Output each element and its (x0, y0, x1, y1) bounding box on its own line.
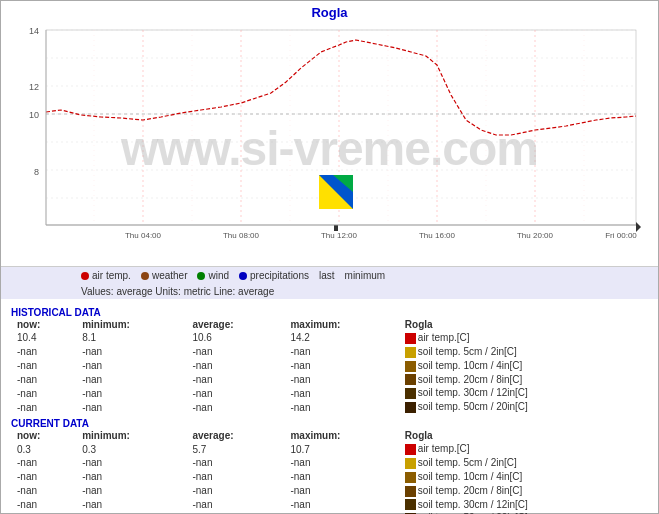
current-header-rogla: Rogla (399, 429, 648, 442)
cell-now: -nan (11, 359, 76, 373)
table-row: -nan -nan -nan -nan soil temp. 10cm / 4i… (11, 470, 648, 484)
color-swatch (405, 472, 416, 483)
current-header-min: minimum: (76, 429, 186, 442)
historical-header-row: now: minimum: average: maximum: Rogla (11, 318, 648, 331)
table-row: -nan -nan -nan -nan soil temp. 20cm / 8i… (11, 373, 648, 387)
cell-now: -nan (11, 470, 76, 484)
legend-last: last (319, 270, 335, 281)
cell-now: -nan (11, 484, 76, 498)
historical-title: HISTORICAL DATA (11, 307, 648, 318)
cell-avg: -nan (186, 456, 284, 470)
legend-precip-label: precipitations (250, 270, 309, 281)
cell-max: -nan (284, 386, 398, 400)
svg-text:Thu 12:00: Thu 12:00 (321, 231, 358, 240)
legend-wind-color (197, 272, 205, 280)
cell-max: 10.7 (284, 442, 398, 456)
chart-section: Rogla www.si-vreme.com (1, 1, 658, 266)
chart-svg: 14 12 10 8 Thu 04:00 Thu 08:00 Thu 12:00… (1, 20, 659, 255)
legend-min: minimum (345, 270, 386, 281)
cell-max: -nan (284, 345, 398, 359)
cell-min: -nan (76, 359, 186, 373)
cell-now: -nan (11, 400, 76, 414)
color-swatch (405, 333, 416, 344)
svg-rect-31 (334, 225, 338, 231)
cell-max: 14.2 (284, 331, 398, 345)
cell-min: -nan (76, 386, 186, 400)
cell-max: -nan (284, 373, 398, 387)
current-header-avg: average: (186, 429, 284, 442)
color-swatch (405, 444, 416, 455)
cell-min: -nan (76, 373, 186, 387)
cell-now: -nan (11, 386, 76, 400)
cell-avg: 10.6 (186, 331, 284, 345)
chart-title: Rogla (1, 1, 658, 20)
cell-max: -nan (284, 498, 398, 512)
historical-header-min: minimum: (76, 318, 186, 331)
cell-min: 8.1 (76, 331, 186, 345)
svg-text:12: 12 (29, 82, 39, 92)
table-row: -nan -nan -nan -nan soil temp. 30cm / 12… (11, 498, 648, 512)
cell-label: air temp.[C] (399, 331, 648, 345)
cell-avg: -nan (186, 400, 284, 414)
svg-text:14: 14 (29, 26, 39, 36)
cell-now: -nan (11, 498, 76, 512)
main-container: Rogla www.si-vreme.com (0, 0, 659, 514)
svg-text:8: 8 (34, 167, 39, 177)
svg-text:Thu 08:00: Thu 08:00 (223, 231, 260, 240)
table-row: -nan -nan -nan -nan soil temp. 5cm / 2in… (11, 345, 648, 359)
data-section: HISTORICAL DATA now: minimum: average: m… (1, 299, 658, 514)
cell-avg: -nan (186, 386, 284, 400)
cell-min: -nan (76, 400, 186, 414)
table-row: 0.3 0.3 5.7 10.7 air temp.[C] (11, 442, 648, 456)
cell-label: soil temp. 10cm / 4in[C] (399, 470, 648, 484)
legend-precip-color (239, 272, 247, 280)
historical-header-now: now: (11, 318, 76, 331)
color-swatch (405, 347, 416, 358)
legend-weather-color (141, 272, 149, 280)
svg-text:Fri 00:00: Fri 00:00 (605, 231, 637, 240)
cell-label: soil temp. 5cm / 2in[C] (399, 456, 648, 470)
table-row: 10.4 8.1 10.6 14.2 air temp.[C] (11, 331, 648, 345)
color-swatch (405, 361, 416, 372)
legend-weather: weather (141, 270, 188, 281)
cell-label: soil temp. 30cm / 12in[C] (399, 386, 648, 400)
cell-now: -nan (11, 456, 76, 470)
cell-max: -nan (284, 359, 398, 373)
svg-text:Thu 04:00: Thu 04:00 (125, 231, 162, 240)
cell-max: -nan (284, 456, 398, 470)
cell-min: -nan (76, 470, 186, 484)
current-table: now: minimum: average: maximum: Rogla 0.… (11, 429, 648, 514)
cell-avg: -nan (186, 359, 284, 373)
legend-airtemp: air temp. (81, 270, 131, 281)
cell-avg: -nan (186, 498, 284, 512)
svg-text:10: 10 (29, 110, 39, 120)
cell-label: soil temp. 20cm / 8in[C] (399, 373, 648, 387)
table-row: -nan -nan -nan -nan soil temp. 10cm / 4i… (11, 359, 648, 373)
table-row: -nan -nan -nan -nan soil temp. 20cm / 8i… (11, 484, 648, 498)
cell-label: soil temp. 5cm / 2in[C] (399, 345, 648, 359)
current-header-now: now: (11, 429, 76, 442)
legend-weather-label: weather (152, 270, 188, 281)
legend-airtemp-color (81, 272, 89, 280)
historical-header-avg: average: (186, 318, 284, 331)
legend-airtemp-label: air temp. (92, 270, 131, 281)
legend-area: air temp. weather wind precipitations la… (1, 266, 658, 284)
cell-min: -nan (76, 345, 186, 359)
current-title: CURRENT DATA (11, 418, 648, 429)
cell-now: 0.3 (11, 442, 76, 456)
historical-header-rogla: Rogla (399, 318, 648, 331)
svg-marker-32 (636, 222, 641, 232)
cell-avg: -nan (186, 345, 284, 359)
cell-label: soil temp. 30cm / 12in[C] (399, 498, 648, 512)
cell-max: -nan (284, 484, 398, 498)
color-swatch (405, 388, 416, 399)
cell-label: soil temp. 10cm / 4in[C] (399, 359, 648, 373)
cell-now: 10.4 (11, 331, 76, 345)
cell-max: -nan (284, 470, 398, 484)
cell-min: -nan (76, 498, 186, 512)
cell-max: -nan (284, 400, 398, 414)
legend-precip: precipitations (239, 270, 309, 281)
cell-avg: -nan (186, 484, 284, 498)
legend-wind-label: wind (208, 270, 229, 281)
table-row: -nan -nan -nan -nan soil temp. 50cm / 20… (11, 400, 648, 414)
